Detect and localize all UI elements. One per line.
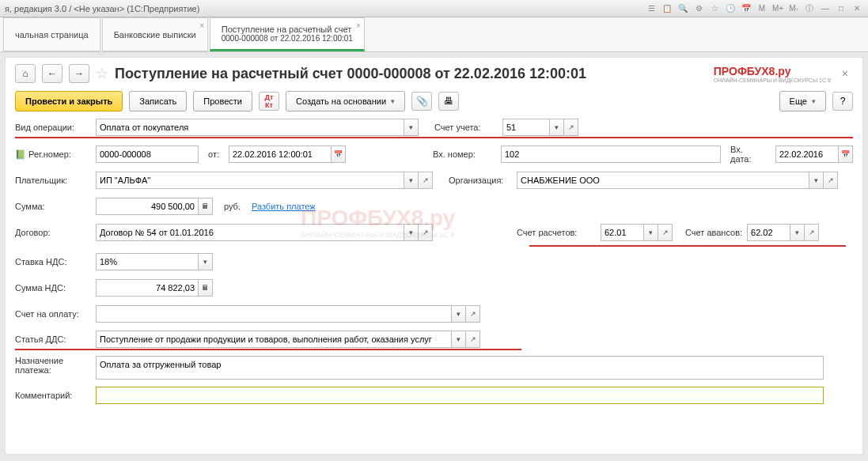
tab-close-icon[interactable]: × bbox=[356, 21, 361, 30]
date-input[interactable] bbox=[229, 145, 332, 163]
m-minus-btn[interactable]: M- bbox=[787, 2, 800, 15]
comment-input[interactable] bbox=[96, 387, 824, 404]
create-on-button[interactable]: Создать на основании bbox=[286, 91, 405, 111]
dropdown-icon[interactable]: ▾ bbox=[790, 224, 805, 241]
help-button[interactable]: ? bbox=[832, 92, 853, 111]
in-date-input[interactable] bbox=[775, 145, 839, 163]
page-title: Поступление на расчетный счет 0000-00000… bbox=[115, 66, 707, 82]
open-icon[interactable]: ↗ bbox=[419, 172, 433, 189]
vat-rate-label: Ставка НДС: bbox=[15, 257, 91, 266]
dropdown-icon[interactable]: ▾ bbox=[404, 172, 419, 189]
close-icon[interactable]: ✕ bbox=[851, 2, 863, 15]
sum-input[interactable] bbox=[96, 198, 199, 215]
reg-no-input[interactable] bbox=[96, 145, 199, 163]
sum-label: Сумма: bbox=[15, 202, 91, 211]
close-page-icon[interactable]: × bbox=[837, 67, 853, 80]
account-input[interactable] bbox=[502, 119, 550, 136]
vat-rate-input[interactable] bbox=[96, 253, 199, 270]
open-icon[interactable]: ↗ bbox=[805, 224, 819, 241]
print-button[interactable]: 🖶 bbox=[438, 92, 459, 111]
calc-icon[interactable]: 🖩 bbox=[199, 279, 213, 297]
dropdown-icon[interactable]: ▾ bbox=[550, 119, 564, 136]
window-title: я, редакция 3.0 / <Не указан> (1С:Предпр… bbox=[5, 4, 199, 13]
tab-bank[interactable]: Банковские выписки× bbox=[102, 17, 208, 51]
op-type-input[interactable] bbox=[96, 119, 404, 136]
org-label: Организация: bbox=[449, 176, 512, 185]
open-icon[interactable]: ↗ bbox=[419, 224, 433, 241]
titlebar-controls: ☰ 📋 🔍 ⚙ ☆ 🕒 📅 M M+ M- ⓘ — □ ✕ bbox=[645, 2, 863, 15]
star-icon[interactable]: ☆ bbox=[708, 2, 721, 15]
highlight-line bbox=[529, 245, 846, 247]
purpose-input[interactable]: Оплата за отгруженный товар bbox=[96, 356, 824, 380]
vat-sum-input[interactable] bbox=[96, 279, 199, 297]
save-button[interactable]: Записать bbox=[129, 91, 187, 111]
post-button[interactable]: Провести bbox=[193, 91, 252, 111]
open-icon[interactable]: ↗ bbox=[658, 224, 673, 241]
open-icon[interactable]: ↗ bbox=[824, 172, 838, 189]
dropdown-icon[interactable]: ▾ bbox=[404, 224, 419, 241]
op-type-label: Вид операции: bbox=[15, 123, 91, 132]
invoice-label: Счет на оплату: bbox=[15, 309, 91, 319]
tab-receipt[interactable]: Поступление на расчетный счет 0000-00000… bbox=[210, 17, 365, 51]
tool-icon[interactable]: ⚙ bbox=[692, 2, 705, 15]
dropdown-icon[interactable]: ▾ bbox=[809, 172, 824, 189]
calc-icon[interactable]: 📅 bbox=[740, 2, 752, 15]
window-titlebar: я, редакция 3.0 / <Не указан> (1С:Предпр… bbox=[0, 0, 868, 17]
dropdown-icon[interactable]: ▾ bbox=[452, 331, 466, 348]
dropdown-icon[interactable]: ▾ bbox=[452, 305, 466, 323]
more-button[interactable]: Еще bbox=[779, 91, 826, 111]
m-plus-btn[interactable]: M+ bbox=[771, 2, 784, 15]
tool-icon[interactable]: 🔍 bbox=[677, 2, 689, 15]
dropdown-icon[interactable]: ▾ bbox=[199, 253, 213, 270]
purpose-label: Назначение платежа: bbox=[15, 356, 91, 375]
minimize-icon[interactable]: — bbox=[819, 2, 832, 15]
acc-adv-label: Счет авансов: bbox=[685, 228, 742, 237]
in-no-input[interactable] bbox=[501, 145, 721, 163]
post-close-button[interactable]: Провести и закрыть bbox=[15, 91, 123, 111]
m-btn[interactable]: M bbox=[756, 2, 768, 15]
open-icon[interactable]: ↗ bbox=[466, 305, 480, 323]
account-label: Счет учета: bbox=[434, 123, 498, 132]
attach-button[interactable]: 📎 bbox=[411, 92, 432, 111]
contract-label: Договор: bbox=[15, 228, 91, 237]
calendar-icon[interactable]: 📅 bbox=[839, 145, 853, 163]
back-button[interactable]: ← bbox=[42, 64, 63, 83]
open-icon[interactable]: ↗ bbox=[466, 331, 480, 348]
tab-home[interactable]: чальная страница bbox=[3, 17, 100, 51]
acc-adv-input[interactable] bbox=[747, 224, 790, 241]
forward-button[interactable]: → bbox=[69, 64, 89, 83]
calc-icon[interactable]: 🖩 bbox=[199, 198, 213, 215]
acc-calc-input[interactable] bbox=[601, 224, 644, 241]
split-payment-link[interactable]: Разбить платеж bbox=[252, 202, 316, 211]
info-icon[interactable]: ⓘ bbox=[803, 2, 816, 15]
calendar-icon[interactable]: 📅 bbox=[332, 145, 346, 163]
tab-close-icon[interactable]: × bbox=[199, 21, 204, 30]
dropdown-icon[interactable]: ▾ bbox=[404, 119, 419, 136]
maximize-icon[interactable]: □ bbox=[835, 2, 847, 15]
dropdown-icon[interactable]: ▾ bbox=[644, 224, 658, 241]
comment-label: Комментарий: bbox=[15, 391, 91, 400]
toolbar: Провести и закрыть Записать Провести ДтК… bbox=[15, 91, 853, 111]
payer-input[interactable] bbox=[96, 172, 404, 189]
favorite-icon[interactable]: ☆ bbox=[96, 65, 108, 82]
from-label: от: bbox=[208, 149, 219, 159]
org-input[interactable] bbox=[517, 172, 809, 189]
tool-icon[interactable]: 🕒 bbox=[724, 2, 737, 15]
tool-icon[interactable]: ☰ bbox=[645, 2, 658, 15]
rub-label: руб. bbox=[224, 202, 241, 211]
in-date-label: Вх. дата: bbox=[730, 145, 766, 164]
payer-label: Плательщик: bbox=[15, 176, 91, 185]
content-area: ⌂ ← → ☆ Поступление на расчетный счет 00… bbox=[5, 57, 863, 455]
home-button[interactable]: ⌂ bbox=[15, 64, 36, 83]
vat-sum-label: Сумма НДС: bbox=[15, 283, 91, 293]
tab-bar: чальная страница Банковские выписки× Пос… bbox=[0, 17, 868, 52]
acc-calc-label: Счет расчетов: bbox=[517, 228, 596, 237]
tool-icon[interactable]: 📋 bbox=[661, 2, 673, 15]
open-icon[interactable]: ↗ bbox=[564, 119, 578, 136]
dt-kt-button[interactable]: ДтКт bbox=[259, 92, 279, 111]
reg-no-label: 📗 Рег.номер: bbox=[15, 149, 91, 160]
contract-input[interactable] bbox=[96, 224, 404, 241]
invoice-input[interactable] bbox=[96, 305, 452, 323]
in-no-label: Вх. номер: bbox=[433, 149, 496, 159]
dds-input[interactable] bbox=[96, 331, 452, 348]
